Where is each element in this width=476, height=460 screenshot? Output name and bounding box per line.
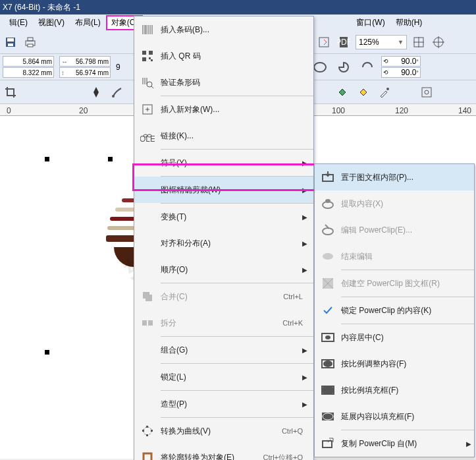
height-field[interactable]: ↕56.974 mm xyxy=(59,67,111,78)
submenu-stretch-fill[interactable]: 延展内容以填充框(F) xyxy=(315,403,474,430)
submenu-copy-from[interactable]: 复制 PowerClip 自(M) ▶ xyxy=(315,430,474,457)
menu-links[interactable]: OLE 链接(K)... xyxy=(134,123,313,149)
pie-tool-icon[interactable] xyxy=(334,58,354,76)
outline-obj-icon xyxy=(134,444,161,460)
save-icon[interactable] xyxy=(3,34,18,50)
menu-view[interactable]: 视图(V) xyxy=(33,15,70,30)
svg-rect-30 xyxy=(151,59,153,61)
pdf-icon[interactable]: PDF xyxy=(336,34,352,50)
svg-rect-47 xyxy=(146,426,148,428)
menu-order[interactable]: 顺序(O) ▶ xyxy=(134,256,313,283)
eyedropper-icon[interactable] xyxy=(377,84,392,100)
brush-icon[interactable] xyxy=(109,84,125,100)
insert-object-icon xyxy=(134,96,161,123)
menu-shaping[interactable]: 造型(P) ▶ xyxy=(134,391,313,417)
svg-rect-4 xyxy=(28,38,33,41)
menu-verify-barcode[interactable]: 验证条形码 xyxy=(134,69,313,96)
smart-fill-icon[interactable] xyxy=(356,84,371,100)
selection-handle[interactable] xyxy=(45,157,49,161)
submenu-arrow-icon: ▶ xyxy=(302,347,308,354)
menu-edit[interactable]: 辑(E) xyxy=(4,15,33,30)
edit-powerclip-icon xyxy=(315,217,341,243)
submenu-create-empty[interactable]: 创建空 PowerClip 图文框(R) xyxy=(315,270,474,297)
menu-insert-barcode[interactable]: 插入条码(B)... xyxy=(134,16,313,43)
menu-convert-to-curve[interactable]: 转换为曲线(V) Ctrl+Q xyxy=(134,418,313,444)
chevron-down-icon: ▼ xyxy=(398,39,404,45)
menu-layout[interactable]: 布局(L) xyxy=(70,15,106,30)
export-icon[interactable] xyxy=(316,34,332,50)
options-icon[interactable] xyxy=(419,84,435,100)
submenu-fit-proportional[interactable]: 按比例调整内容(F) xyxy=(315,351,474,377)
svg-rect-5 xyxy=(28,44,33,47)
x-field[interactable]: 5.864 mm xyxy=(3,56,54,67)
barcode-icon xyxy=(134,16,161,43)
y-field[interactable]: 8.322 mm xyxy=(3,67,54,78)
verify-barcode-icon xyxy=(134,69,161,96)
svg-point-15 xyxy=(314,63,326,72)
submenu-arrow-icon: ▶ xyxy=(302,159,308,167)
menu-insert-qr[interactable]: 插入 QR 码 xyxy=(134,43,313,69)
svg-rect-42 xyxy=(142,320,147,326)
menu-transform[interactable]: 变换(T) ▶ xyxy=(134,204,313,230)
submenu-fill-proportional[interactable]: 按比例填充框(F) xyxy=(315,377,474,403)
extra-val: 9 xyxy=(116,63,120,72)
pen-icon[interactable] xyxy=(88,84,104,100)
to-curve-icon xyxy=(134,418,161,444)
submenu-arrow-icon: ▶ xyxy=(302,266,308,273)
svg-rect-27 xyxy=(149,51,153,55)
svg-rect-43 xyxy=(148,320,153,326)
menu-window[interactable]: 窗口(W) xyxy=(351,15,390,30)
menu-powerclip[interactable]: 图框精确剪裁(W) ▶ xyxy=(134,177,313,203)
menu-insert-new-object[interactable]: 插入新对象(W)... xyxy=(134,96,313,123)
app-title: X7 (64-Bit) - 未命名 -1 xyxy=(3,2,80,13)
svg-point-61 xyxy=(323,360,332,367)
menu-combine[interactable]: 合并(C) Ctrl+L xyxy=(134,283,313,310)
menu-lock[interactable]: 锁定(L) ▶ xyxy=(134,364,313,390)
crop-icon[interactable] xyxy=(3,84,18,100)
submenu-edit-powerclip[interactable]: 编辑 PowerClip(E)... xyxy=(315,217,474,243)
svg-text:OLE: OLE xyxy=(140,134,155,143)
powerclip-submenu: 置于图文框内部(P)... 提取内容(X) 编辑 PowerClip(E)...… xyxy=(314,163,475,457)
submenu-center-content[interactable]: 内容居中(C) xyxy=(315,324,474,351)
break-icon xyxy=(134,310,161,336)
title-bar: X7 (64-Bit) - 未命名 -1 xyxy=(0,0,476,14)
selection-handle[interactable] xyxy=(108,157,113,161)
menu-symbol[interactable]: 符号(Y) ▶ xyxy=(134,150,313,176)
svg-point-52 xyxy=(325,199,331,203)
zoom-value: 125% xyxy=(359,38,398,47)
menu-align-distribute[interactable]: 对齐和分布(A) ▶ xyxy=(134,230,313,256)
menu-group[interactable]: 组合(G) ▶ xyxy=(134,337,313,363)
snap-icon[interactable] xyxy=(411,34,427,50)
menu-break[interactable]: 拆分 Ctrl+K xyxy=(134,310,313,336)
print-icon[interactable] xyxy=(22,34,38,50)
center-icon xyxy=(315,324,341,351)
selection-handle[interactable] xyxy=(45,350,49,355)
submenu-arrow-icon: ▶ xyxy=(302,214,308,221)
fill-prop-icon xyxy=(315,377,341,403)
angle2-field[interactable]: ⟲90.0° xyxy=(381,67,421,78)
svg-rect-6 xyxy=(319,38,329,47)
fit-prop-icon xyxy=(315,351,341,377)
submenu-place-inside[interactable]: 置于图文框内部(P)... xyxy=(315,164,474,190)
submenu-lock-content[interactable]: 锁定 PowerClip 的内容(K) xyxy=(315,297,474,324)
menu-outline-to-object[interactable]: 将轮廓转换为对象(E) Ctrl+位移+Q xyxy=(134,444,313,460)
angle1-field[interactable]: ⟲90.0° xyxy=(381,56,421,67)
menu-help[interactable]: 帮助(H) xyxy=(390,15,428,30)
svg-rect-48 xyxy=(146,434,148,436)
width-field[interactable]: ↔56.798 mm xyxy=(59,56,111,67)
zoom-combo[interactable]: 125% ▼ xyxy=(356,35,407,49)
submenu-finish-edit[interactable]: 结束编辑 xyxy=(315,243,474,270)
svg-point-16 xyxy=(112,95,115,98)
object-menu-dropdown: 插入条码(B)... 插入 QR 码 验证条形码 插入新对象(W)... OLE… xyxy=(134,16,314,460)
arc-tool-icon[interactable] xyxy=(357,58,377,76)
svg-rect-2 xyxy=(8,43,13,46)
svg-rect-46 xyxy=(151,430,153,432)
svg-rect-49 xyxy=(144,453,151,460)
fill-icon[interactable] xyxy=(334,84,350,100)
submenu-arrow-icon: ▶ xyxy=(302,374,308,381)
copy-from-icon xyxy=(315,430,341,457)
svg-point-59 xyxy=(325,335,331,339)
submenu-extract[interactable]: 提取内容(X) xyxy=(315,190,474,217)
submenu-arrow-icon: ▶ xyxy=(302,240,308,247)
grid-icon[interactable] xyxy=(431,34,446,50)
